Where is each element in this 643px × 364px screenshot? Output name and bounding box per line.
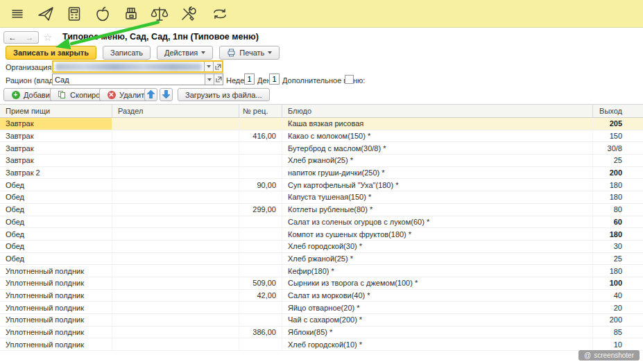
cell-out[interactable]: 200	[593, 167, 643, 179]
table-row[interactable]: Завтрак Хлеб ржаной(25) * 25	[0, 155, 643, 167]
week-input[interactable]	[244, 73, 255, 85]
table-row[interactable]: Обед 90,00 Суп картофельный "Уха"(180) *…	[0, 179, 643, 191]
back-button[interactable]: ←	[3, 31, 22, 44]
table-row[interactable]: Уплотненный полдник Чай с сахаром(200) *…	[0, 314, 643, 327]
cell-section[interactable]	[112, 265, 239, 277]
cell-rec[interactable]	[239, 155, 282, 166]
save-button[interactable]: Записать	[103, 46, 151, 60]
cell-section[interactable]	[112, 142, 239, 154]
cell-section[interactable]	[112, 167, 239, 179]
cell-dish[interactable]: Яйцо отварное(20) *	[282, 302, 593, 313]
day-input[interactable]	[269, 73, 280, 85]
cell-rec[interactable]: 509,00	[239, 277, 282, 289]
cell-meal[interactable]: Уплотненный полдник	[0, 338, 112, 350]
cell-section[interactable]	[112, 216, 239, 228]
cell-rec[interactable]	[239, 314, 282, 326]
cell-meal[interactable]: Завтрак 2	[0, 167, 112, 179]
table-row[interactable]: Завтрак Каша вязкая рисовая 205	[0, 118, 643, 130]
send-icon[interactable]	[37, 5, 55, 23]
menu-icon[interactable]	[8, 5, 26, 23]
calculator-icon[interactable]	[65, 5, 83, 23]
cell-dish[interactable]: Хлеб городской(30) *	[282, 241, 593, 252]
organization-field[interactable]	[52, 60, 223, 73]
cell-section[interactable]	[112, 338, 239, 350]
forward-button[interactable]: →	[21, 31, 39, 44]
cell-out[interactable]: 100	[593, 277, 643, 289]
cell-out[interactable]: 180	[593, 191, 643, 203]
table-row[interactable]: Завтрак Бутерброд с маслом(30/8) * 30/8	[0, 142, 643, 155]
apple-icon[interactable]	[94, 5, 112, 23]
table-row[interactable]: Уплотненный полдник 386,00 Яблоки(85) * …	[0, 327, 643, 339]
cell-out[interactable]: 20	[593, 302, 643, 313]
cell-rec[interactable]: 416,00	[239, 130, 282, 142]
cell-out[interactable]: 150	[593, 130, 643, 142]
cell-rec[interactable]	[239, 142, 282, 154]
organization-open-button[interactable]	[213, 62, 222, 71]
cell-section[interactable]	[112, 191, 239, 203]
cell-rec[interactable]: 386,00	[239, 327, 282, 338]
cell-rec[interactable]	[239, 118, 282, 130]
cell-section[interactable]	[112, 179, 239, 191]
table-row[interactable]: Уплотненный полдник Хлеб городской(10) *…	[0, 338, 643, 351]
cell-dish[interactable]: Хлеб ржаной(25) *	[282, 155, 593, 166]
table-row[interactable]: Обед Капуста тушеная(150) * 180	[0, 191, 643, 204]
cell-out[interactable]: 30/8	[593, 142, 643, 154]
move-up-button[interactable]	[144, 88, 157, 101]
ration-value[interactable]: Сад	[53, 74, 205, 85]
print-button[interactable]: Печать	[219, 46, 280, 60]
cell-dish[interactable]: Хлеб городской(10) *	[282, 338, 593, 350]
cell-dish[interactable]: Яблоки(85) *	[282, 327, 593, 338]
table-row[interactable]: Обед Салат из соленых огурцов с луком(60…	[0, 216, 643, 229]
cell-dish[interactable]: Капуста тушеная(150) *	[282, 191, 593, 203]
cell-rec[interactable]	[239, 338, 282, 350]
load-from-file-button[interactable]: Загрузить из файла...	[178, 88, 270, 101]
table-row[interactable]: Обед Хлеб ржаной(25) * 25	[0, 253, 643, 266]
cell-rec[interactable]	[239, 253, 282, 265]
col-header-dish[interactable]: Блюдо	[282, 105, 593, 117]
cell-out[interactable]: 85	[593, 327, 643, 338]
cell-dish[interactable]: Компот из сушеных фруктов(180) *	[282, 228, 593, 240]
cell-dish[interactable]: Бутерброд с маслом(30/8) *	[282, 142, 593, 154]
cell-section[interactable]	[112, 302, 239, 313]
cell-section[interactable]	[112, 253, 239, 265]
cell-meal[interactable]: Обед	[0, 216, 112, 228]
cell-dish[interactable]: Хлеб ржаной(25) *	[282, 253, 593, 265]
cell-section[interactable]	[112, 228, 239, 240]
ration-dropdown-button[interactable]	[205, 74, 214, 85]
cell-meal[interactable]: Уплотненный полдник	[0, 302, 112, 313]
cell-dish[interactable]: Салат из соленых огурцов с луком(60) *	[282, 216, 593, 228]
cell-meal[interactable]: Обед	[0, 204, 112, 216]
cell-meal[interactable]: Обед	[0, 253, 112, 265]
favorite-star-icon[interactable]: ☆	[43, 31, 52, 43]
cell-dish[interactable]: Кефир(180) *	[282, 265, 593, 277]
cell-meal[interactable]: Завтрак	[0, 118, 112, 130]
cell-rec[interactable]: 90,00	[239, 179, 282, 191]
cell-out[interactable]: 205	[593, 118, 643, 130]
ration-field[interactable]: Сад	[52, 73, 223, 85]
cell-dish[interactable]: Чай с сахаром(200) *	[282, 314, 593, 326]
cell-meal[interactable]: Уплотненный полдник	[0, 277, 112, 289]
cell-dish[interactable]: Салат из моркови(40) *	[282, 290, 593, 302]
table-row[interactable]: Обед Компот из сушеных фруктов(180) * 18…	[0, 228, 643, 241]
col-header-output[interactable]: Выход	[593, 105, 643, 117]
save-and-close-button[interactable]: Записать и закрыть	[6, 46, 96, 60]
table-row[interactable]: Обед Хлеб городской(30) * 30	[0, 241, 643, 253]
ration-open-button[interactable]	[214, 74, 223, 85]
cell-section[interactable]	[112, 155, 239, 166]
cell-out[interactable]: 80	[593, 204, 643, 216]
cell-rec[interactable]	[239, 216, 282, 228]
cell-out[interactable]: 30	[593, 241, 643, 252]
cell-out[interactable]: 10	[593, 338, 643, 350]
cell-dish[interactable]: Какао с молоком(150) *	[282, 130, 593, 142]
col-header-section[interactable]: Раздел	[112, 105, 239, 117]
cell-meal[interactable]: Уплотненный полдник	[0, 290, 112, 302]
cell-meal[interactable]: Обед	[0, 191, 112, 203]
cell-section[interactable]	[112, 277, 239, 289]
cell-meal[interactable]: Завтрак	[0, 155, 112, 166]
table-row[interactable]: Завтрак 416,00 Какао с молоком(150) * 15…	[0, 130, 643, 143]
extra-menu-checkbox[interactable]	[345, 75, 354, 84]
cash-register-icon[interactable]	[122, 5, 140, 23]
cell-meal[interactable]: Уплотненный полдник	[0, 314, 112, 326]
cell-rec[interactable]	[239, 241, 282, 252]
organization-value-redacted[interactable]	[53, 62, 204, 71]
